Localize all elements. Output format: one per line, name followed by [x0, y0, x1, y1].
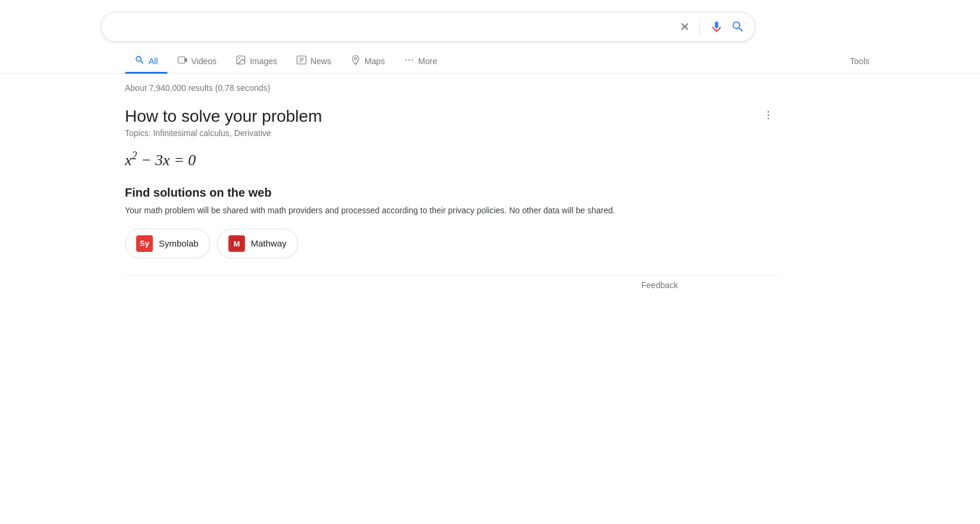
feedback-link[interactable]: Feedback [642, 280, 678, 290]
maps-tab-icon [350, 55, 361, 67]
symbolab-button[interactable]: Sy Symbolab [125, 229, 210, 258]
videos-tab-icon [177, 55, 188, 67]
tab-videos[interactable]: Videos [168, 49, 227, 73]
find-solutions-title: Find solutions on the web [125, 186, 779, 200]
search-input[interactable]: find the derivative of x^2-3x=0 [111, 21, 680, 33]
tab-all-label: All [149, 56, 158, 66]
tab-maps-label: Maps [365, 56, 385, 66]
provider-buttons: Sy Symbolab M Mathway [125, 229, 779, 258]
search-icon[interactable] [731, 20, 745, 34]
top-area: find the derivative of x^2-3x=0 ✕ [0, 0, 980, 42]
mathway-button[interactable]: M Mathway [217, 229, 298, 258]
svg-text:M: M [233, 239, 240, 248]
images-tab-icon [235, 55, 246, 67]
svg-point-9 [406, 59, 407, 61]
tab-news-label: News [310, 56, 331, 66]
svg-point-12 [768, 111, 769, 113]
more-tab-icon [404, 55, 414, 67]
svg-point-13 [768, 115, 769, 116]
tab-maps[interactable]: Maps [341, 49, 394, 73]
find-solutions-desc: Your math problem will be shared with ma… [125, 204, 660, 217]
all-tab-icon [134, 55, 145, 67]
widget-more-button[interactable] [758, 107, 779, 127]
widget-topics: Topics: Infinitesimal calculus, Derivati… [125, 128, 779, 138]
mathway-logo: M [228, 235, 245, 252]
tab-news[interactable]: News [287, 49, 341, 73]
search-bar-icons: ✕ [680, 18, 745, 35]
clear-icon[interactable]: ✕ [680, 20, 690, 34]
tab-images[interactable]: Images [226, 49, 287, 73]
widget-card: How to solve your problem Topics: Infini… [125, 107, 779, 258]
microphone-icon[interactable] [709, 20, 724, 34]
tab-all[interactable]: All [125, 49, 168, 73]
results-area: About 7,940,000 results (0.78 seconds) H… [0, 74, 980, 276]
symbolab-label: Symbolab [159, 238, 199, 248]
tab-more[interactable]: More [394, 49, 447, 73]
search-bar: find the derivative of x^2-3x=0 ✕ [101, 12, 755, 42]
math-formula: x2 − 3x = 0 [125, 150, 779, 169]
tab-tools[interactable]: Tools [840, 50, 879, 72]
nav-tabs: All Videos Images [0, 44, 980, 74]
divider [699, 18, 700, 35]
symbolab-logo: Sy [136, 235, 153, 252]
tab-more-label: More [418, 56, 437, 66]
feedback-row: Feedback [0, 276, 779, 290]
svg-point-11 [412, 59, 413, 61]
tab-videos-label: Videos [191, 56, 217, 66]
widget-title: How to solve your problem [125, 107, 779, 126]
svg-point-10 [409, 59, 410, 61]
news-tab-icon [296, 55, 307, 67]
mathway-label: Mathway [251, 238, 287, 248]
svg-point-14 [768, 118, 769, 120]
svg-rect-1 [178, 57, 184, 64]
results-count: About 7,940,000 results (0.78 seconds) [125, 83, 879, 93]
svg-point-4 [238, 58, 240, 59]
tab-images-label: Images [250, 56, 277, 66]
